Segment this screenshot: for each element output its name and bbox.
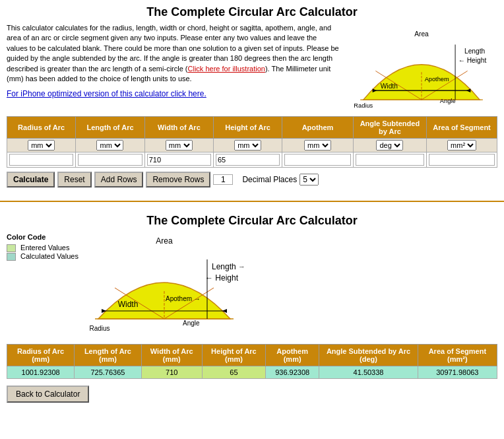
result-col-radius: Radius of Arc (mm) xyxy=(7,345,75,366)
decimal-places-container: Decimal Places 0123456 xyxy=(242,174,319,186)
calculated-values-legend: Calculated Values xyxy=(7,252,79,261)
arc-diagram-top: Area Length ← Height Width Apothem Radiu… xyxy=(346,23,497,111)
illustration-link[interactable]: Click here for illustration xyxy=(188,65,265,73)
col-header-angle: Angle Subtended by Arc xyxy=(353,117,427,139)
svg-text:Width: Width xyxy=(381,83,398,90)
svg-text:Radius: Radius xyxy=(89,325,110,332)
remove-rows-button[interactable]: Remove Rows xyxy=(146,172,210,187)
svg-text:Apothem: Apothem xyxy=(425,76,449,83)
result-radius: 1001.92308 xyxy=(7,366,75,379)
result-area: 30971.98063 xyxy=(418,366,497,379)
input-row xyxy=(7,152,497,168)
width-unit-select[interactable]: mmcmm xyxy=(166,140,193,151)
rows-count-input[interactable] xyxy=(213,174,233,185)
result-col-height: Height of Arc (mm) xyxy=(202,345,265,366)
col-header-area: Area of Segment xyxy=(427,117,497,139)
results-table: Radius of Arc (mm) Length of Arc (mm) Wi… xyxy=(7,344,497,379)
result-row: 1001.92308 725.76365 710 65 936.92308 41… xyxy=(7,366,497,379)
svg-text:Angle: Angle xyxy=(440,98,456,104)
radius-unit-select[interactable]: mmcmm xyxy=(28,140,55,151)
length-unit-select[interactable]: mmcmm xyxy=(96,140,123,151)
iphone-link[interactable]: For iPhone optimized version of this cal… xyxy=(7,89,206,98)
angle-unit-select[interactable]: degrad xyxy=(376,140,403,151)
col-header-width: Width of Arc xyxy=(144,117,213,139)
color-code-panel: Color Code Entered Values Calculated Val… xyxy=(7,233,79,337)
area-input[interactable] xyxy=(429,154,495,166)
add-rows-button[interactable]: Add Rows xyxy=(94,172,144,187)
result-col-width: Width of Arc (mm) xyxy=(141,345,202,366)
col-header-length: Length of Arc xyxy=(76,117,144,139)
calculated-swatch xyxy=(7,253,16,261)
col-header-radius: Radius of Arc xyxy=(7,117,76,139)
results-diagram-area: Color Code Entered Values Calculated Val… xyxy=(7,233,497,337)
intro-text: This calculator calculates for the radiu… xyxy=(7,23,339,84)
result-width: 710 xyxy=(141,366,202,379)
arc-diagram-results: Area Length → ← Height Width Apothem → R… xyxy=(85,233,497,337)
col-header-apothem: Apothem xyxy=(282,117,353,139)
height-unit-select[interactable]: mmcmm xyxy=(234,140,261,151)
radius-input[interactable] xyxy=(9,154,73,166)
result-col-angle: Angle Subtended by Arc (deg) xyxy=(319,345,418,366)
units-row: mmcmm mmcmm mmcmm mmcmm mmcmm degrad mm²… xyxy=(7,139,497,152)
result-height: 65 xyxy=(202,366,265,379)
apothem-unit-select[interactable]: mmcmm xyxy=(304,140,331,151)
svg-text:Length →: Length → xyxy=(212,262,243,271)
calculator-table: Radius of Arc Length of Arc Width of Arc… xyxy=(7,116,497,168)
result-col-apothem: Apothem (mm) xyxy=(265,345,319,366)
back-to-calculator-button[interactable]: Back to Calculator xyxy=(7,386,89,403)
results-title: The Complete Circular Arc Calculator xyxy=(7,214,497,228)
iphone-link-container: For iPhone optimized version of this cal… xyxy=(7,89,339,98)
decimal-places-label: Decimal Places xyxy=(242,175,297,184)
result-col-area: Area of Segment (mm²) xyxy=(418,345,497,366)
svg-text:← Height: ← Height xyxy=(458,57,487,64)
result-angle: 41.50338 xyxy=(319,366,418,379)
results-section: The Complete Circular Arc Calculator Col… xyxy=(0,209,504,408)
decimal-places-select[interactable]: 0123456 xyxy=(299,174,319,186)
section-divider xyxy=(0,201,504,202)
calculator-section: Radius of Arc Length of Arc Width of Arc… xyxy=(0,116,504,194)
svg-text:← Height: ← Height xyxy=(205,273,239,283)
area-unit-select[interactable]: mm²cm²m² xyxy=(447,140,476,151)
svg-text:Radius: Radius xyxy=(354,102,373,109)
back-button-row: Back to Calculator xyxy=(7,386,497,403)
svg-text:Area: Area xyxy=(414,30,429,38)
result-length: 725.76365 xyxy=(75,366,141,379)
result-apothem: 936.92308 xyxy=(265,366,319,379)
length-input[interactable] xyxy=(78,154,142,166)
reset-button[interactable]: Reset xyxy=(57,172,91,187)
height-input[interactable] xyxy=(216,154,280,166)
controls-row: Calculate Reset Add Rows Remove Rows Dec… xyxy=(7,172,497,187)
entered-swatch xyxy=(7,244,16,252)
calculate-button[interactable]: Calculate xyxy=(7,172,55,187)
svg-text:Length: Length xyxy=(464,48,486,55)
svg-text:Angle: Angle xyxy=(183,320,200,327)
col-header-height: Height of Arc xyxy=(213,117,282,139)
result-col-length: Length of Arc (mm) xyxy=(75,345,141,366)
svg-text:Apothem →: Apothem → xyxy=(166,295,201,302)
entered-values-legend: Entered Values xyxy=(7,244,79,252)
svg-text:Area: Area xyxy=(156,236,173,246)
angle-input[interactable] xyxy=(356,154,425,166)
width-input[interactable] xyxy=(147,154,211,166)
svg-text:Width: Width xyxy=(118,300,139,309)
page-title: The Complete Circular Arc Calculator xyxy=(7,5,497,19)
color-code-title: Color Code xyxy=(7,233,79,241)
apothem-input[interactable] xyxy=(284,154,350,166)
